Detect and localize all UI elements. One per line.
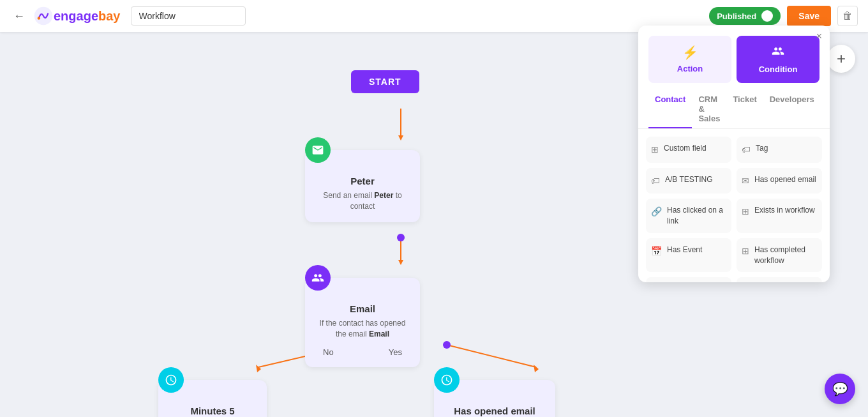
has-event-label: Has Event [667, 245, 702, 255]
subtab-developers[interactable]: Developers [763, 91, 821, 128]
panel-type-tabs: ⚡ Action Condition [638, 26, 830, 83]
panel-item-has-completed-automation[interactable]: ⊞ Has completed automation [646, 277, 731, 282]
condition-tab-label: Condition [759, 64, 798, 74]
panel-item-has-completed-workflow[interactable]: ⊞ Has completed workflow [737, 238, 822, 273]
panel-item-has-clicked-link[interactable]: 🔗 Has clicked on a link [646, 199, 731, 233]
minutes5-icon-circle [158, 367, 184, 393]
logo: engagebay [33, 6, 121, 26]
custom-field-icon: ⊞ [651, 144, 659, 156]
panel-items-grid: ⊞ Custom field 🏷 Tag 🏷 A/B TESTING ✉ Has… [638, 129, 830, 282]
back-button[interactable]: ← [10, 7, 28, 25]
ab-testing-icon: 🏷 [651, 175, 660, 188]
subtab-crm[interactable]: CRM & Sales [692, 91, 726, 128]
exists-workflow-label: Exists in workflow [754, 205, 815, 216]
action-tab[interactable]: ⚡ Action [648, 36, 731, 83]
minutes5-node: Minutes 5 Pause the automation for Minut… [158, 367, 184, 380]
chat-button[interactable]: 💬 [825, 374, 855, 404]
panel-item-exists-workflow[interactable]: ⊞ Exists in workflow [737, 199, 822, 233]
save-button[interactable]: Save [787, 6, 831, 26]
has-opened-email-icon-circle [434, 367, 460, 393]
panel-item-has-completed-broadcast[interactable]: ✉ Has completed broadcast [737, 277, 822, 282]
yes-label: Yes [389, 347, 402, 357]
svg-marker-7 [256, 365, 261, 372]
peter-title: Peter [315, 176, 410, 186]
has-opened-email-node: Has opened email Wait until condition ma… [434, 367, 460, 380]
svg-marker-5 [398, 260, 403, 265]
tag-label: Tag [756, 143, 768, 154]
exists-workflow-icon: ⊞ [742, 206, 749, 218]
svg-marker-3 [398, 135, 403, 140]
peter-desc-bold: Peter [374, 191, 393, 200]
peter-icon-circle [305, 137, 331, 163]
subtab-ticket[interactable]: Ticket [726, 91, 763, 128]
email-condition-desc: If the contact has opened the email Emai… [315, 318, 410, 340]
email-condition-node: Email If the contact has opened the emai… [305, 265, 331, 278]
peter-desc-pre: Send an email [323, 191, 372, 200]
svg-point-12 [443, 341, 451, 349]
has-opened-email-label: Has opened email [754, 174, 816, 185]
svg-point-10 [397, 234, 405, 241]
svg-marker-9 [534, 365, 539, 372]
peter-desc: Send an email Peter to contact [315, 190, 410, 212]
panel-item-tag[interactable]: 🏷 Tag [737, 137, 822, 163]
panel-item-custom-field[interactable]: ⊞ Custom field [646, 137, 731, 163]
header-right: Published Save 🗑 [709, 6, 858, 26]
condition-tab[interactable]: Condition [737, 36, 819, 83]
minutes5-title: Minutes 5 [168, 406, 257, 416]
action-tab-label: Action [677, 64, 703, 73]
email-desc-bold: Email [369, 330, 389, 338]
email-condition-card[interactable]: Email If the contact has opened the emai… [305, 278, 420, 367]
custom-field-label: Custom field [664, 143, 707, 154]
trash-button[interactable]: 🗑 [837, 6, 858, 26]
email-condition-icon-circle [305, 265, 331, 291]
add-node-button[interactable]: + [827, 45, 855, 73]
condition-panel: × ⚡ Action Condition Contact CRM & Sales… [638, 26, 830, 282]
panel-item-has-event[interactable]: 📅 Has Event [646, 238, 731, 273]
email-desc-text: If the contact has opened the email [320, 319, 406, 338]
has-completed-workflow-label: Has completed workflow [754, 245, 817, 266]
peter-node: Peter Send an email Peter to contact [305, 137, 331, 150]
chat-icon: 💬 [832, 381, 848, 397]
workflow-name-input[interactable] [131, 6, 246, 26]
no-label: No [323, 347, 334, 357]
panel-subtabs: Contact CRM & Sales Ticket Developers [638, 83, 830, 129]
published-label: Published [717, 11, 756, 21]
subtab-contact[interactable]: Contact [648, 91, 692, 128]
logo-text: engagebay [54, 9, 121, 24]
has-clicked-link-icon: 🔗 [651, 206, 662, 218]
has-completed-workflow-icon: ⊞ [742, 245, 749, 258]
tag-icon: 🏷 [742, 144, 751, 156]
action-tab-icon: ⚡ [682, 45, 698, 60]
svg-point-1 [38, 17, 40, 19]
has-event-icon: 📅 [651, 245, 662, 258]
toggle-circle [761, 10, 773, 22]
panel-close-button[interactable]: × [816, 31, 822, 42]
email-condition-title: Email [315, 303, 410, 314]
condition-tab-icon [772, 45, 784, 61]
has-clicked-link-label: Has clicked on a link [667, 205, 726, 227]
start-node[interactable]: START [351, 70, 419, 93]
has-opened-email-title: Has opened email [444, 406, 545, 416]
panel-item-ab-testing[interactable]: 🏷 A/B TESTING [646, 168, 731, 194]
published-toggle[interactable]: Published [709, 7, 781, 25]
panel-item-has-opened-email[interactable]: ✉ Has opened email [737, 168, 822, 194]
svg-line-8 [447, 345, 536, 367]
trash-icon: 🗑 [842, 10, 853, 22]
ab-testing-label: A/B TESTING [665, 174, 712, 185]
has-opened-email-icon: ✉ [742, 175, 749, 188]
